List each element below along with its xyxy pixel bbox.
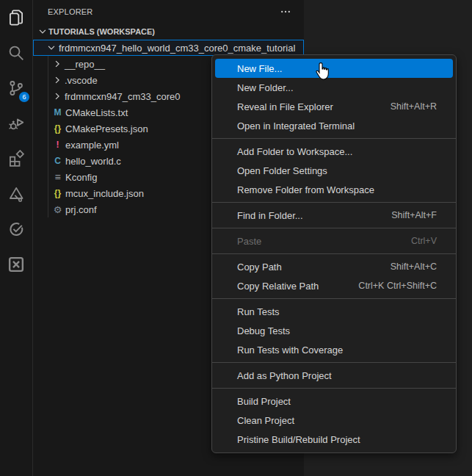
menu-item-find-in-folder[interactable]: Find in Folder...Shift+Alt+F bbox=[215, 206, 453, 225]
menu-separator bbox=[212, 362, 456, 363]
menu-separator bbox=[212, 298, 456, 299]
menu-item-label: Paste bbox=[237, 236, 398, 247]
menu-item-paste: PasteCtrl+V bbox=[215, 231, 453, 250]
ellipsis-icon bbox=[280, 6, 291, 18]
indent-guide bbox=[48, 56, 48, 217]
source-control-badge: 6 bbox=[19, 92, 29, 102]
menu-separator bbox=[212, 202, 456, 203]
menu-item-label: Run Tests with Coverage bbox=[237, 345, 437, 356]
menu-item-pristine-build-rebuild-project[interactable]: Pristine Build/Rebuild Project bbox=[215, 430, 453, 449]
menu-item-open-in-integrated-terminal[interactable]: Open in Integrated Terminal bbox=[215, 116, 453, 135]
menu-separator bbox=[212, 388, 456, 389]
activitybar-item-triangle-wrench[interactable] bbox=[0, 176, 32, 212]
context-menu: New File...New Folder...Reveal in File E… bbox=[211, 54, 457, 453]
menu-item-reveal-in-file-explorer[interactable]: Reveal in File ExplorerShift+Alt+R bbox=[215, 97, 453, 116]
chevron-right-icon bbox=[51, 74, 63, 86]
menu-item-label: Remove Folder from Workspace bbox=[237, 184, 437, 195]
menu-item-shortcut: Shift+Alt+F bbox=[391, 210, 437, 220]
chevron-down-icon bbox=[37, 26, 48, 37]
menu-item-shortcut: Shift+Alt+C bbox=[391, 262, 437, 272]
workspace-section-header[interactable]: TUTORIALS (WORKSPACE) bbox=[33, 24, 304, 40]
extensions-icon bbox=[7, 150, 25, 167]
run-debug-icon bbox=[7, 115, 25, 132]
chevron-right-icon bbox=[51, 90, 63, 102]
files-icon bbox=[7, 9, 25, 26]
tree-item-label: hello_world.c bbox=[65, 156, 121, 167]
tree-item-label: __repo__ bbox=[65, 59, 105, 70]
tree-item-label: frdmmcxn947_cm33_core0 bbox=[65, 91, 181, 102]
menu-separator bbox=[212, 228, 456, 228]
menu-item-label: Pristine Build/Rebuild Project bbox=[237, 434, 437, 445]
menu-item-label: Run Tests bbox=[237, 306, 437, 317]
explorer-header: EXPLORER bbox=[33, 0, 304, 24]
menu-item-copy-path[interactable]: Copy PathShift+Alt+C bbox=[215, 257, 453, 276]
workspace-section-label: TUTORIALS (WORKSPACE) bbox=[48, 27, 155, 36]
menu-item-label: Open in Integrated Terminal bbox=[237, 120, 437, 131]
search-icon bbox=[7, 44, 25, 62]
menu-item-run-tests[interactable]: Run Tests bbox=[215, 302, 453, 321]
menu-item-open-folder-settings[interactable]: Open Folder Settings bbox=[215, 161, 453, 180]
tree-item-label: CMakeLists.txt bbox=[65, 107, 128, 118]
menu-item-run-tests-with-coverage[interactable]: Run Tests with Coverage bbox=[215, 340, 453, 359]
tree-item-label: mcux_include.json bbox=[65, 188, 144, 199]
json-file-icon: {} bbox=[51, 187, 64, 200]
menu-item-new-file[interactable]: New File... bbox=[215, 59, 453, 78]
menu-item-label: New Folder... bbox=[237, 82, 437, 93]
tree-item-label: CMakePresets.json bbox=[65, 123, 148, 134]
activitybar-item-files[interactable] bbox=[0, 0, 32, 35]
menu-item-copy-relative-path[interactable]: Copy Relative PathCtrl+K Ctrl+Shift+C bbox=[215, 276, 453, 295]
menu-item-remove-folder-from-workspace[interactable]: Remove Folder from Workspace bbox=[215, 180, 453, 199]
menu-item-label: New File... bbox=[237, 63, 437, 74]
menu-item-label: Reveal in File Explorer bbox=[237, 101, 377, 112]
tree-item-label: Kconfig bbox=[65, 172, 97, 183]
menu-item-add-folder-to-workspace[interactable]: Add Folder to Workspace... bbox=[215, 142, 453, 161]
menu-item-add-as-python-project[interactable]: Add as Python Project bbox=[215, 366, 453, 385]
explorer-title: EXPLORER bbox=[48, 7, 277, 16]
chevron-down-icon bbox=[46, 42, 57, 54]
menu-item-label: Debug Tests bbox=[237, 325, 437, 336]
selected-folder-label: frdmmcxn947_hello_world_cm33_core0_cmake… bbox=[59, 43, 295, 54]
menu-item-clean-project[interactable]: Clean Project bbox=[215, 411, 453, 430]
menu-item-debug-tests[interactable]: Debug Tests bbox=[215, 321, 453, 340]
tree-item-label: .vscode bbox=[65, 75, 98, 86]
menu-separator bbox=[212, 138, 456, 139]
menu-item-label: Copy Path bbox=[237, 262, 377, 273]
activitybar-item-run-debug[interactable] bbox=[0, 106, 32, 141]
menu-item-label: Find in Folder... bbox=[237, 210, 378, 221]
c-file-icon: C bbox=[51, 155, 64, 167]
more-actions-button[interactable] bbox=[277, 4, 294, 20]
json-file-icon: {} bbox=[51, 123, 64, 135]
menu-item-label: Copy Relative Path bbox=[237, 281, 345, 292]
tree-item-label: example.yml bbox=[65, 140, 119, 151]
chevron-right-icon bbox=[51, 58, 63, 70]
menu-item-label: Add Folder to Workspace... bbox=[237, 146, 437, 157]
x-square-icon bbox=[7, 256, 25, 273]
menu-item-label: Build Project bbox=[237, 396, 437, 407]
cmake-file-icon: M bbox=[51, 107, 64, 119]
gear-file-icon: ⚙ bbox=[51, 203, 64, 216]
tree-item-label: prj.conf bbox=[65, 204, 97, 215]
menu-item-label: Clean Project bbox=[237, 415, 437, 426]
activitybar-item-search[interactable] bbox=[0, 35, 32, 71]
activitybar-item-x-square[interactable] bbox=[0, 247, 32, 282]
menu-separator bbox=[212, 253, 456, 254]
check-circle-icon bbox=[7, 220, 25, 238]
yaml-file-icon: ! bbox=[51, 139, 64, 151]
activitybar-item-check-circle[interactable] bbox=[0, 212, 32, 247]
selected-folder-row[interactable]: frdmmcxn947_hello_world_cm33_core0_cmake… bbox=[33, 40, 304, 56]
list-file-icon: ≡ bbox=[51, 171, 64, 184]
activitybar-item-extensions[interactable] bbox=[0, 141, 32, 176]
menu-item-shortcut: Shift+Alt+R bbox=[391, 101, 437, 112]
triangle-wrench-icon bbox=[7, 185, 25, 203]
menu-item-label: Add as Python Project bbox=[237, 370, 437, 381]
menu-item-label: Open Folder Settings bbox=[237, 165, 437, 176]
activity-bar: 6 bbox=[0, 0, 33, 476]
menu-item-build-project[interactable]: Build Project bbox=[215, 392, 453, 411]
menu-item-new-folder[interactable]: New Folder... bbox=[215, 78, 453, 97]
menu-item-shortcut: Ctrl+V bbox=[411, 236, 437, 246]
activitybar-item-source-control[interactable]: 6 bbox=[0, 71, 32, 106]
menu-item-shortcut: Ctrl+K Ctrl+Shift+C bbox=[358, 281, 437, 291]
